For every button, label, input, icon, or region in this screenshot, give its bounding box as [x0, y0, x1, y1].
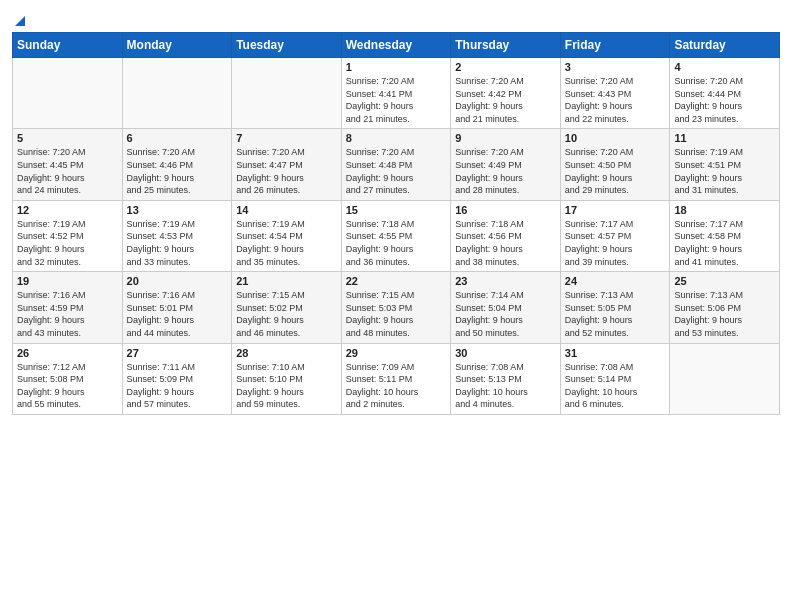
- day-info: Sunrise: 7:20 AM Sunset: 4:49 PM Dayligh…: [455, 146, 556, 196]
- day-info: Sunrise: 7:19 AM Sunset: 4:51 PM Dayligh…: [674, 146, 775, 196]
- day-info: Sunrise: 7:12 AM Sunset: 5:08 PM Dayligh…: [17, 361, 118, 411]
- day-number: 4: [674, 61, 775, 73]
- day-info: Sunrise: 7:20 AM Sunset: 4:48 PM Dayligh…: [346, 146, 447, 196]
- day-number: 5: [17, 132, 118, 144]
- logo: [12, 10, 27, 28]
- calendar-cell: 31Sunrise: 7:08 AM Sunset: 5:14 PM Dayli…: [560, 343, 670, 414]
- day-number: 20: [127, 275, 228, 287]
- day-info: Sunrise: 7:15 AM Sunset: 5:02 PM Dayligh…: [236, 289, 337, 339]
- svg-marker-0: [15, 16, 25, 26]
- calendar-cell: 8Sunrise: 7:20 AM Sunset: 4:48 PM Daylig…: [341, 129, 451, 200]
- calendar-cell: [670, 343, 780, 414]
- day-info: Sunrise: 7:16 AM Sunset: 4:59 PM Dayligh…: [17, 289, 118, 339]
- calendar-cell: 2Sunrise: 7:20 AM Sunset: 4:42 PM Daylig…: [451, 58, 561, 129]
- day-of-week-header: Friday: [560, 33, 670, 58]
- calendar-week-row: 1Sunrise: 7:20 AM Sunset: 4:41 PM Daylig…: [13, 58, 780, 129]
- calendar-table: SundayMondayTuesdayWednesdayThursdayFrid…: [12, 32, 780, 415]
- calendar-cell: [232, 58, 342, 129]
- calendar-cell: 10Sunrise: 7:20 AM Sunset: 4:50 PM Dayli…: [560, 129, 670, 200]
- day-info: Sunrise: 7:18 AM Sunset: 4:55 PM Dayligh…: [346, 218, 447, 268]
- day-number: 13: [127, 204, 228, 216]
- calendar-header-row: SundayMondayTuesdayWednesdayThursdayFrid…: [13, 33, 780, 58]
- calendar-cell: 11Sunrise: 7:19 AM Sunset: 4:51 PM Dayli…: [670, 129, 780, 200]
- day-info: Sunrise: 7:20 AM Sunset: 4:47 PM Dayligh…: [236, 146, 337, 196]
- day-info: Sunrise: 7:10 AM Sunset: 5:10 PM Dayligh…: [236, 361, 337, 411]
- day-number: 30: [455, 347, 556, 359]
- day-number: 18: [674, 204, 775, 216]
- calendar-cell: 9Sunrise: 7:20 AM Sunset: 4:49 PM Daylig…: [451, 129, 561, 200]
- calendar-cell: 28Sunrise: 7:10 AM Sunset: 5:10 PM Dayli…: [232, 343, 342, 414]
- calendar-cell: 3Sunrise: 7:20 AM Sunset: 4:43 PM Daylig…: [560, 58, 670, 129]
- day-info: Sunrise: 7:14 AM Sunset: 5:04 PM Dayligh…: [455, 289, 556, 339]
- day-number: 11: [674, 132, 775, 144]
- day-info: Sunrise: 7:17 AM Sunset: 4:57 PM Dayligh…: [565, 218, 666, 268]
- day-number: 3: [565, 61, 666, 73]
- day-of-week-header: Saturday: [670, 33, 780, 58]
- day-number: 27: [127, 347, 228, 359]
- calendar-cell: [122, 58, 232, 129]
- day-number: 9: [455, 132, 556, 144]
- day-number: 1: [346, 61, 447, 73]
- calendar-cell: 7Sunrise: 7:20 AM Sunset: 4:47 PM Daylig…: [232, 129, 342, 200]
- calendar-cell: 4Sunrise: 7:20 AM Sunset: 4:44 PM Daylig…: [670, 58, 780, 129]
- logo-arrow-icon: [13, 14, 27, 28]
- day-info: Sunrise: 7:20 AM Sunset: 4:50 PM Dayligh…: [565, 146, 666, 196]
- day-info: Sunrise: 7:13 AM Sunset: 5:05 PM Dayligh…: [565, 289, 666, 339]
- calendar-cell: 29Sunrise: 7:09 AM Sunset: 5:11 PM Dayli…: [341, 343, 451, 414]
- day-number: 26: [17, 347, 118, 359]
- day-info: Sunrise: 7:19 AM Sunset: 4:53 PM Dayligh…: [127, 218, 228, 268]
- day-info: Sunrise: 7:11 AM Sunset: 5:09 PM Dayligh…: [127, 361, 228, 411]
- page: SundayMondayTuesdayWednesdayThursdayFrid…: [0, 0, 792, 612]
- calendar-cell: 24Sunrise: 7:13 AM Sunset: 5:05 PM Dayli…: [560, 272, 670, 343]
- day-info: Sunrise: 7:19 AM Sunset: 4:52 PM Dayligh…: [17, 218, 118, 268]
- calendar-cell: 13Sunrise: 7:19 AM Sunset: 4:53 PM Dayli…: [122, 200, 232, 271]
- calendar-cell: 22Sunrise: 7:15 AM Sunset: 5:03 PM Dayli…: [341, 272, 451, 343]
- day-number: 15: [346, 204, 447, 216]
- day-number: 12: [17, 204, 118, 216]
- header: [12, 10, 780, 28]
- calendar-cell: 12Sunrise: 7:19 AM Sunset: 4:52 PM Dayli…: [13, 200, 123, 271]
- day-number: 17: [565, 204, 666, 216]
- calendar-cell: 16Sunrise: 7:18 AM Sunset: 4:56 PM Dayli…: [451, 200, 561, 271]
- calendar-cell: 21Sunrise: 7:15 AM Sunset: 5:02 PM Dayli…: [232, 272, 342, 343]
- calendar-week-row: 26Sunrise: 7:12 AM Sunset: 5:08 PM Dayli…: [13, 343, 780, 414]
- calendar-week-row: 12Sunrise: 7:19 AM Sunset: 4:52 PM Dayli…: [13, 200, 780, 271]
- calendar-week-row: 19Sunrise: 7:16 AM Sunset: 4:59 PM Dayli…: [13, 272, 780, 343]
- calendar-cell: 23Sunrise: 7:14 AM Sunset: 5:04 PM Dayli…: [451, 272, 561, 343]
- day-number: 6: [127, 132, 228, 144]
- day-info: Sunrise: 7:20 AM Sunset: 4:43 PM Dayligh…: [565, 75, 666, 125]
- day-of-week-header: Thursday: [451, 33, 561, 58]
- calendar-cell: [13, 58, 123, 129]
- day-of-week-header: Wednesday: [341, 33, 451, 58]
- day-info: Sunrise: 7:20 AM Sunset: 4:45 PM Dayligh…: [17, 146, 118, 196]
- day-number: 29: [346, 347, 447, 359]
- calendar-cell: 20Sunrise: 7:16 AM Sunset: 5:01 PM Dayli…: [122, 272, 232, 343]
- calendar-cell: 15Sunrise: 7:18 AM Sunset: 4:55 PM Dayli…: [341, 200, 451, 271]
- day-info: Sunrise: 7:20 AM Sunset: 4:41 PM Dayligh…: [346, 75, 447, 125]
- calendar-week-row: 5Sunrise: 7:20 AM Sunset: 4:45 PM Daylig…: [13, 129, 780, 200]
- calendar-cell: 25Sunrise: 7:13 AM Sunset: 5:06 PM Dayli…: [670, 272, 780, 343]
- day-number: 25: [674, 275, 775, 287]
- day-info: Sunrise: 7:09 AM Sunset: 5:11 PM Dayligh…: [346, 361, 447, 411]
- day-number: 8: [346, 132, 447, 144]
- calendar-cell: 17Sunrise: 7:17 AM Sunset: 4:57 PM Dayli…: [560, 200, 670, 271]
- calendar-cell: 30Sunrise: 7:08 AM Sunset: 5:13 PM Dayli…: [451, 343, 561, 414]
- calendar-cell: 18Sunrise: 7:17 AM Sunset: 4:58 PM Dayli…: [670, 200, 780, 271]
- day-info: Sunrise: 7:20 AM Sunset: 4:42 PM Dayligh…: [455, 75, 556, 125]
- day-info: Sunrise: 7:20 AM Sunset: 4:46 PM Dayligh…: [127, 146, 228, 196]
- day-number: 28: [236, 347, 337, 359]
- day-info: Sunrise: 7:20 AM Sunset: 4:44 PM Dayligh…: [674, 75, 775, 125]
- day-number: 23: [455, 275, 556, 287]
- calendar-cell: 14Sunrise: 7:19 AM Sunset: 4:54 PM Dayli…: [232, 200, 342, 271]
- calendar-cell: 5Sunrise: 7:20 AM Sunset: 4:45 PM Daylig…: [13, 129, 123, 200]
- day-info: Sunrise: 7:08 AM Sunset: 5:14 PM Dayligh…: [565, 361, 666, 411]
- day-info: Sunrise: 7:17 AM Sunset: 4:58 PM Dayligh…: [674, 218, 775, 268]
- day-info: Sunrise: 7:08 AM Sunset: 5:13 PM Dayligh…: [455, 361, 556, 411]
- calendar-cell: 27Sunrise: 7:11 AM Sunset: 5:09 PM Dayli…: [122, 343, 232, 414]
- day-info: Sunrise: 7:13 AM Sunset: 5:06 PM Dayligh…: [674, 289, 775, 339]
- calendar-cell: 26Sunrise: 7:12 AM Sunset: 5:08 PM Dayli…: [13, 343, 123, 414]
- day-number: 10: [565, 132, 666, 144]
- day-info: Sunrise: 7:19 AM Sunset: 4:54 PM Dayligh…: [236, 218, 337, 268]
- day-info: Sunrise: 7:18 AM Sunset: 4:56 PM Dayligh…: [455, 218, 556, 268]
- day-of-week-header: Monday: [122, 33, 232, 58]
